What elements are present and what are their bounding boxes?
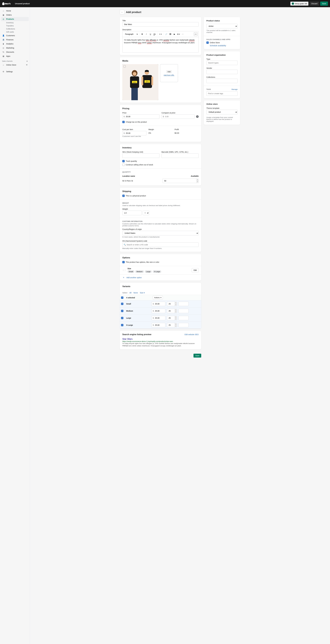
setup-guide-button[interactable]: ⚑ Setup guide: 0/6 — [290, 2, 308, 6]
add-from-url-link[interactable]: Add from URL — [164, 74, 174, 76]
qty-up-button[interactable]: ▴ — [175, 309, 177, 311]
shopify-logo[interactable]: shopify — [2, 2, 15, 5]
variant-checkbox[interactable] — [121, 324, 123, 326]
continue-selling-label: Continue selling when out of stock — [126, 164, 153, 166]
drag-handle-icon[interactable]: ⋮⋮ — [122, 269, 126, 271]
back-button[interactable]: ← — [120, 10, 124, 14]
variant-qty-input[interactable] — [167, 309, 175, 313]
online-store-checkbox[interactable] — [206, 42, 209, 44]
template-select[interactable]: Default product — [206, 110, 238, 114]
add-option-button[interactable]: + Add another option — [120, 274, 201, 281]
nav-finances[interactable]: 🏦Finances — [0, 38, 30, 42]
more-button[interactable]: ⋯ — [181, 32, 184, 36]
color-button[interactable]: A ▾ — [153, 32, 156, 36]
price-input[interactable] — [122, 114, 159, 119]
nav-transfers[interactable]: Transfers — [0, 24, 30, 27]
variant-qty-input[interactable] — [167, 323, 175, 327]
type-input[interactable] — [206, 61, 238, 65]
weight-unit-select[interactable]: lb — [143, 210, 149, 215]
qty-up-button[interactable]: ▴ — [175, 302, 177, 304]
footer-save-button[interactable]: Save — [193, 354, 201, 358]
table-button[interactable]: ⊞ ▾ — [177, 32, 180, 36]
vendor-input[interactable] — [206, 70, 238, 74]
video-button[interactable]: ▶ — [173, 32, 176, 36]
manage-tags-link[interactable]: Manage — [231, 88, 238, 90]
sku-input[interactable] — [122, 154, 159, 158]
variant-sku-input[interactable] — [179, 316, 189, 320]
qty-up-button[interactable]: ▴ — [175, 323, 177, 325]
nav-analytics[interactable]: ▮Analytics — [0, 42, 30, 46]
media-thumbnail[interactable]: STACK OVERFLOW STACK OVERFLOW — [122, 64, 158, 100]
variant-qty-input[interactable] — [167, 316, 175, 320]
select-size-link[interactable]: Size ▾ — [140, 292, 145, 294]
variant-qty-input[interactable] — [167, 302, 175, 306]
align-button[interactable]: ≡ ▾ — [159, 32, 162, 36]
nav-discounts[interactable]: %Discounts — [0, 50, 30, 54]
tags-input[interactable] — [206, 91, 238, 96]
barcode-input[interactable] — [162, 154, 199, 158]
discard-button[interactable]: Discard — [309, 2, 319, 6]
edit-option-button[interactable]: Edit — [192, 268, 199, 272]
country-select[interactable]: United States — [122, 231, 199, 236]
image-button[interactable]: 🖼 — [168, 32, 172, 36]
nav-collections[interactable]: Collections — [0, 27, 30, 30]
collections-input[interactable] — [206, 79, 238, 83]
qty-up-button[interactable]: ▴ — [196, 179, 198, 181]
nav-marketing[interactable]: ◎Marketing — [0, 46, 30, 50]
underline-button[interactable]: U — [149, 32, 152, 36]
add-channel-icon[interactable]: ⊕ — [27, 60, 28, 62]
status-select[interactable]: Active — [206, 24, 238, 28]
nav-inventory[interactable]: Inventory — [0, 21, 30, 24]
variant-checkbox[interactable] — [121, 317, 123, 319]
has-options-checkbox[interactable] — [122, 261, 125, 263]
description-editor[interactable]: I'm baby bicycle rights four loko affoga… — [122, 37, 199, 52]
select-none-link[interactable]: None — [133, 292, 138, 294]
code-view-button[interactable]: </> — [194, 32, 197, 36]
title-input[interactable] — [122, 22, 199, 26]
qty-down-button[interactable]: ▾ — [175, 318, 177, 320]
variant-sku-input[interactable] — [179, 309, 189, 313]
qty-down-button[interactable]: ▾ — [175, 325, 177, 327]
add-media-button[interactable]: Add — [166, 70, 172, 73]
cost-input[interactable] — [122, 131, 146, 135]
variant-sku-input[interactable] — [179, 323, 189, 327]
nav-products[interactable]: ◇Products — [1, 17, 29, 21]
weight-input[interactable] — [122, 210, 142, 215]
qty-up-button[interactable]: ▴ — [175, 316, 177, 318]
variant-checkbox[interactable] — [121, 310, 123, 312]
edit-seo-link[interactable]: Edit website SEO — [185, 334, 199, 336]
continue-selling-checkbox[interactable] — [122, 164, 125, 166]
page-title: Add product — [126, 11, 141, 14]
track-quantity-checkbox[interactable] — [122, 160, 125, 162]
link-button[interactable]: 🔗 — [164, 32, 168, 36]
select-all-checkbox[interactable] — [121, 296, 123, 299]
variant-sku-input[interactable] — [179, 302, 189, 306]
quantity-input[interactable] — [163, 179, 196, 183]
nav-customers[interactable]: 👤Customers — [0, 34, 30, 38]
compare-input[interactable] — [162, 114, 194, 119]
qty-down-button[interactable]: ▾ — [175, 311, 177, 313]
italic-button[interactable]: I — [145, 32, 148, 36]
media-dropzone[interactable]: Add Add from URL — [160, 64, 178, 82]
view-icon[interactable]: 👁 — [26, 64, 28, 66]
bold-button[interactable]: B — [140, 32, 144, 36]
nav-online-store[interactable]: ⌂Online Store👁 — [0, 63, 30, 67]
qty-down-button[interactable]: ▾ — [175, 304, 177, 306]
nav-orders[interactable]: ▣Orders — [0, 13, 30, 17]
actions-dropdown[interactable]: Actions ▾ — [153, 296, 163, 300]
hs-input[interactable] — [122, 242, 199, 247]
nav-home[interactable]: ⌂Home — [0, 9, 30, 13]
save-button[interactable]: Save — [320, 2, 328, 6]
select-all-link[interactable]: All — [129, 292, 132, 294]
nav-apps[interactable]: ▦Apps — [0, 54, 30, 58]
schedule-link[interactable]: Schedule availability — [210, 44, 226, 47]
qty-down-button[interactable]: ▾ — [196, 181, 198, 183]
charge-tax-checkbox[interactable] — [122, 121, 125, 123]
paragraph-select[interactable]: Paragraph — [124, 32, 138, 36]
nav-gift-cards[interactable]: Gift cards — [0, 30, 30, 34]
media-checkbox[interactable] — [123, 65, 126, 68]
info-icon[interactable]: ? — [196, 115, 199, 118]
nav-settings[interactable]: ⚙Settings — [0, 70, 30, 74]
physical-product-checkbox[interactable] — [122, 194, 125, 197]
variant-checkbox[interactable] — [121, 303, 123, 305]
